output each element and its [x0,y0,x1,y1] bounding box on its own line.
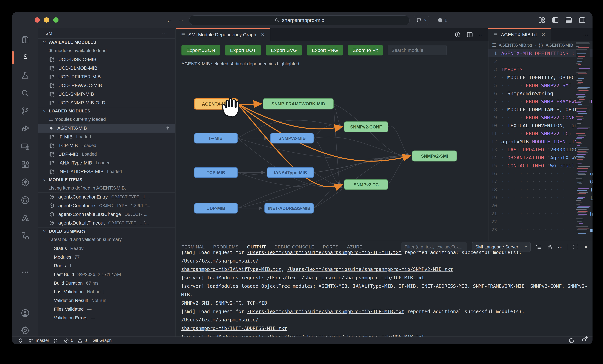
dependency-graph[interactable]: AGENTX-MIBSNMP-FRAMEWORK-MIBSNMPv2-CONFI… [176,69,488,241]
output-log[interactable]: [smi] Load request for /Users/lextm/shar… [181,251,588,337]
graph-node-IANAifType-MIB[interactable]: IANAifType-MIB [267,167,314,177]
activity-settings-gear-icon[interactable] [12,322,38,339]
export-dot-button[interactable]: Export DOT [225,45,261,55]
module-symbol-item[interactable]: agentxDefaultTimeoutOBJECT-TYPE · 1.3... [38,219,175,227]
activity-search-icon[interactable] [12,85,38,101]
sync-icon[interactable] [53,338,58,343]
traffic-close-button[interactable] [35,17,40,22]
log-link[interactable]: /Users/lextm/sharpmibsuite/ [181,317,258,323]
activity-smi-extension-icon[interactable] [12,49,38,66]
git-graph-button[interactable]: Git Graph [93,338,112,343]
graph-node-TCP-MIB[interactable]: TCP-MIB [194,167,238,177]
copilot-chat-button[interactable]: ˅ [414,16,429,25]
module-item-available[interactable]: UCD-SNMP-MIB [38,90,175,99]
toggle-sidebar-icon[interactable] [552,16,559,24]
export-svg-button[interactable]: Export SVG [266,45,302,55]
tab-count-badge[interactable]: 1 [438,16,447,25]
more-actions-icon[interactable]: ··· [558,244,563,250]
module-item-loaded[interactable]: TCP-MIBLoaded [38,141,175,150]
module-item-selected[interactable]: AGENTX-MIB [38,124,175,132]
branch-indicator[interactable]: master [29,338,58,343]
graph-node-SNMPv2-MIB[interactable]: SNMPv2-MIB [270,133,314,143]
graph-node-IF-MIB[interactable]: IF-MIB [194,133,238,143]
maximize-panel-icon[interactable] [573,244,579,250]
sidebar-more-icon[interactable]: ··· [162,30,168,37]
openai-action-icon[interactable] [454,32,461,38]
activity-github-icon[interactable] [12,192,38,208]
graph-node-SNMPv2-CONF[interactable]: SNMPv2-CONF [344,121,388,132]
zoom-to-fit-button[interactable]: Zoom to Fit [348,45,383,55]
log-link[interactable]: /Users/lextm/sharpmibsuite/sharpsnmppro-… [247,309,404,314]
module-item-loaded[interactable]: INET-ADDRESS-MIBLoaded [38,167,175,176]
back-icon[interactable]: ← [165,16,174,23]
more-actions-icon[interactable]: ··· [479,32,484,38]
close-icon[interactable]: ✕ [541,32,545,37]
module-item-loaded[interactable]: UDP-MIBLoaded [38,150,175,159]
log-link[interactable]: /Users/lextm/sharpmibsuite/sharpsnmppro-… [247,251,402,255]
module-item-loaded[interactable]: IANAifType-MIBLoaded [38,159,175,167]
graph-node-INET-ADDRESS-MIB[interactable]: INET-ADDRESS-MIB [265,203,314,213]
toggle-panel-icon[interactable] [565,16,572,24]
graph-node-SNMP-FRAMEWORK-MIB[interactable]: SNMP-FRAMEWORK-MIB [263,98,334,109]
module-item-loaded[interactable]: IF-MIBLoaded [38,132,175,141]
copilot-icon[interactable] [568,338,574,344]
remote-indicator-icon[interactable] [18,338,23,343]
activity-extensions-icon[interactable] [12,156,38,173]
tab-dependency-graph[interactable]: ☰ SMI Module Dependency Graph ✕ [176,28,270,41]
section-header[interactable]: ˅BUILD SUMMARY [38,227,175,235]
problems-indicator[interactable]: 0 0 [64,338,87,343]
module-item-available[interactable]: UCD-IPFWACC-MIB [38,81,175,90]
activity-files-icon[interactable] [12,32,38,48]
export-json-button[interactable]: Export JSON [181,45,220,55]
module-item-available[interactable]: UCD-DLMOD-MIB [38,64,175,73]
minimap[interactable] [576,41,590,241]
customize-layout-icon[interactable] [538,16,546,24]
activity-gitgraph-flow-icon[interactable] [12,228,38,244]
command-center-search[interactable]: sharpsnmppro-mib [189,15,410,25]
activity-openai-icon[interactable] [12,174,38,190]
breadcrumb-symbol[interactable]: AGENTX-MIB [546,43,573,48]
lock-icon[interactable] [547,244,553,250]
more-actions-icon[interactable]: ··· [583,32,588,38]
clear-output-icon[interactable] [535,244,542,250]
module-symbol-item[interactable]: agentxConnectionEntryOBJECT-TYPE · 1.... [38,193,175,201]
traffic-minimize-button[interactable] [44,17,49,22]
breadcrumb-file[interactable]: AGENTX-MIB.txt [499,43,532,48]
activity-test-beaker-icon[interactable] [12,67,38,84]
graph-node-SNMPv2-TC[interactable]: SNMPv2-TC [344,179,388,190]
module-symbol-item[interactable]: agentxConnTableLastChangeOBJECT-T... [38,210,175,219]
log-link[interactable]: sharpsnmppro-mib/IANAifType-MIB.txt [181,266,281,272]
log-link[interactable]: /Users/lextm/sharpmibsuite/sharpsnmppro-… [267,334,424,337]
graph-node-UDP-MIB[interactable]: UDP-MIB [194,203,238,213]
output-channel-select[interactable]: SMI Language Server ˅ [472,242,531,252]
module-symbol-item[interactable]: agentxConnIndexOBJECT-TYPE · 1.3.6.1.2..… [38,201,175,210]
toggle-secondary-sidebar-icon[interactable] [579,16,586,24]
export-png-button[interactable]: Export PNG [307,45,343,55]
activity-run-debug-icon[interactable] [12,121,38,137]
log-link[interactable]: /Users/lextm/sharpmibsuite/sharpsnmppro-… [287,266,453,272]
activity-account-icon[interactable] [12,305,38,321]
tab-agentx-file[interactable]: ☰ AGENTX-MIB.txt ✕ [488,28,551,41]
close-icon[interactable]: ✕ [261,32,265,37]
activity-source-control-icon[interactable] [12,103,38,119]
graph-node-SNMPv2-SMI[interactable]: SNMPv2-SMI [412,151,457,161]
activity-more-ellipsis-icon[interactable] [12,264,38,280]
section-header[interactable]: ˅LOADED MODULES [38,107,175,115]
traffic-zoom-button[interactable] [53,17,58,22]
log-link[interactable]: /Users/lextm/sharpmibsuite/ [181,258,258,264]
split-editor-icon[interactable] [466,32,473,38]
activity-remote-explorer-icon[interactable] [12,138,38,155]
minimap-slider[interactable] [576,42,590,44]
forward-icon[interactable]: → [177,16,185,23]
log-link[interactable]: /Users/lextm/sharpmibsuite/sharpsnmppro-… [267,275,424,281]
section-header[interactable]: ˅MODULE ITEMS [38,176,175,184]
module-item-available[interactable]: UCD-IPFILTER-MIB [38,73,175,81]
close-panel-icon[interactable]: ✕ [584,244,588,250]
log-link[interactable]: sharpsnmppro-mib/INET-ADDRESS-MIB.txt [181,326,287,331]
output-filter-input[interactable]: Filter (e.g. text, !excludeTex... [401,242,467,252]
section-header[interactable]: ˅AVAILABLE MODULES [38,38,175,46]
module-item-available[interactable]: UCD-DISKIO-MIB [38,55,175,64]
module-item-available[interactable]: UCD-SNMP-MIB-OLD [38,99,175,107]
activity-azure-icon[interactable] [12,210,38,226]
search-module-input[interactable]: Search module [388,45,447,55]
